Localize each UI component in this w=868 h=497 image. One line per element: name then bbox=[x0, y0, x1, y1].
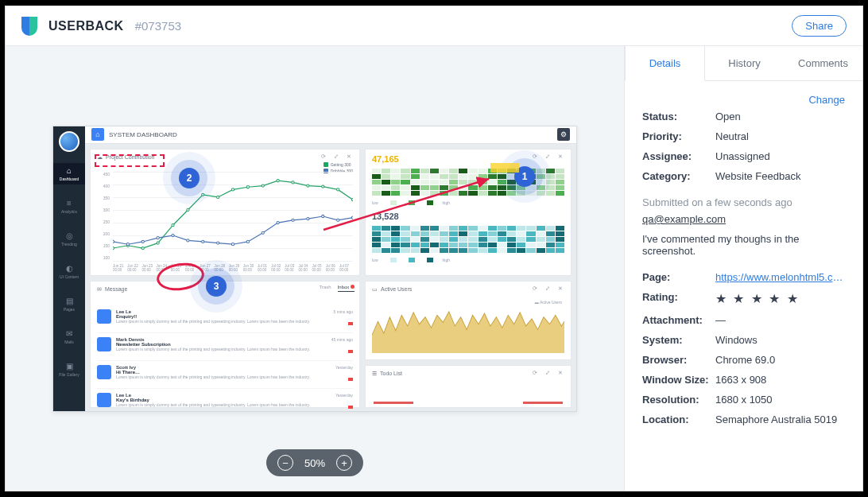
card-controls: ⟳ ⤢ ✕ bbox=[533, 370, 566, 376]
svg-point-18 bbox=[126, 243, 129, 245]
annotation-highlight bbox=[490, 163, 519, 173]
system-value: Windows bbox=[715, 334, 845, 346]
svg-line-34 bbox=[324, 179, 489, 230]
ss-nav-uicontent: ◐UI Content bbox=[53, 261, 85, 282]
message-item: Lee LeEnquiry!!Lorem ipsum is simply dum… bbox=[97, 305, 353, 333]
zoom-out-button[interactable]: − bbox=[277, 455, 293, 471]
svg-point-23 bbox=[202, 240, 204, 243]
card-controls: ⟳ ⤢ ✕ bbox=[321, 153, 355, 160]
chart-y-axis: 450400350300250200150100 bbox=[95, 172, 110, 261]
message-list: Lee LeEnquiry!!Lorem ipsum is simply dum… bbox=[97, 305, 353, 412]
ss-dashboard-title: SYSTEM DASHBOARD bbox=[109, 131, 177, 138]
topbar: USERBACK #073753 Share bbox=[6, 6, 862, 46]
svg-point-8 bbox=[231, 188, 234, 190]
todo-card: ☰Todo List ⟳ ⤢ ✕ bbox=[365, 365, 572, 408]
ss-header: ⌂ SYSTEM DASHBOARD ⚙ bbox=[85, 126, 576, 144]
home-icon: ⌂ bbox=[91, 128, 104, 141]
annotation-arrow bbox=[316, 174, 498, 238]
area-chart bbox=[372, 299, 564, 353]
userback-logo-icon bbox=[21, 17, 37, 36]
assignee-value: Unassigned bbox=[715, 150, 845, 162]
annotation-dashed-box bbox=[95, 154, 165, 167]
window-size-value: 1663 x 908 bbox=[715, 374, 845, 386]
svg-point-10 bbox=[262, 184, 264, 186]
ss-nav-dashboard: ⌂Dashboard bbox=[53, 163, 85, 184]
panel-tabs: Details History Comments bbox=[625, 46, 862, 81]
ss-nav-mails: ✉Mails bbox=[53, 326, 85, 348]
svg-point-17 bbox=[113, 240, 114, 243]
submitter-email[interactable]: qa@example.com bbox=[642, 213, 845, 225]
svg-point-19 bbox=[141, 240, 144, 243]
active-users-card: ▭Active Users ⟳ ⤢ ✕ ▬ Active Users bbox=[365, 281, 572, 360]
zoom-control: − 50% + bbox=[266, 449, 363, 476]
svg-point-12 bbox=[292, 181, 294, 183]
message-item: Lee LeKay's BirthdayLorem ipsum is simpl… bbox=[97, 389, 353, 412]
status-value: Open bbox=[715, 111, 845, 122]
resolution-value: 1680 x 1050 bbox=[715, 394, 845, 406]
tab-trash: Trash bbox=[320, 285, 331, 292]
svg-point-5 bbox=[187, 208, 189, 211]
category-value: Website Feedback bbox=[715, 170, 845, 182]
svg-point-20 bbox=[157, 236, 159, 239]
zoom-in-button[interactable]: + bbox=[336, 455, 352, 471]
annotation-marker-2: 2 bbox=[179, 168, 200, 188]
details-panel: Details History Comments Change Status:O… bbox=[624, 46, 862, 491]
svg-point-11 bbox=[277, 179, 279, 181]
svg-point-9 bbox=[246, 185, 249, 188]
ss-nav-analytics: ≡Analytics bbox=[53, 196, 85, 217]
annotation-marker-3: 3 bbox=[206, 276, 227, 297]
screenshot-preview-pane: ⌂Dashboard ≡Analytics ◎Trending ◐UI Cont… bbox=[6, 46, 624, 491]
ticket-id: #073753 bbox=[135, 19, 181, 33]
svg-point-24 bbox=[217, 241, 219, 243]
gear-icon: ⚙ bbox=[557, 128, 570, 141]
svg-point-30 bbox=[307, 217, 309, 219]
browser-value: Chrome 69.0 bbox=[715, 354, 845, 366]
app-window: USERBACK #073753 Share ⌂Dashboard ≡Analy… bbox=[5, 6, 863, 491]
flag-icon bbox=[348, 406, 353, 409]
ss-nav-trending: ◎Trending bbox=[53, 228, 85, 250]
avatar-icon bbox=[97, 309, 111, 324]
svg-point-27 bbox=[262, 231, 264, 234]
tab-details[interactable]: Details bbox=[625, 46, 705, 81]
avatar-icon bbox=[97, 365, 111, 379]
ss-sidebar: ⌂Dashboard ≡Analytics ◎Trending ◐UI Cont… bbox=[53, 126, 85, 411]
svg-point-25 bbox=[231, 243, 234, 245]
svg-point-22 bbox=[187, 239, 189, 241]
flag-icon bbox=[348, 322, 353, 325]
change-link[interactable]: Change bbox=[642, 94, 845, 106]
svg-point-26 bbox=[246, 240, 249, 243]
svg-point-6 bbox=[202, 193, 204, 196]
ss-nav-files: ▣File Gallery bbox=[53, 359, 85, 380]
message-item: Scott IvyHi There…Lorem ipsum is simply … bbox=[97, 361, 353, 389]
flag-icon bbox=[348, 350, 353, 353]
svg-point-4 bbox=[172, 223, 174, 226]
card-controls: ⟳ ⤢ ✕ bbox=[533, 285, 566, 292]
submitted-text: Submitted on a few seconds ago bbox=[642, 196, 845, 208]
avatar-icon bbox=[97, 337, 111, 351]
tab-history[interactable]: History bbox=[705, 46, 784, 80]
brand-name: USERBACK bbox=[48, 19, 124, 33]
message-card: ✉Message Trash Inbox Lee LeEnquiry!!Lore… bbox=[90, 281, 360, 408]
page-link[interactable]: https://www.melonhtml5.com/d… bbox=[715, 271, 845, 283]
svg-point-7 bbox=[217, 196, 219, 198]
chart-x-axis: Jun 21 00:00Jun 22 00:00Jun 23 00:00Jun … bbox=[113, 264, 353, 272]
svg-point-13 bbox=[307, 184, 309, 186]
feedback-comment: I've commented my thoughs in the screens… bbox=[642, 233, 845, 257]
message-tabs: Trash Inbox bbox=[320, 285, 355, 292]
svg-point-21 bbox=[172, 234, 174, 236]
avatar-icon bbox=[97, 393, 111, 407]
zoom-level: 50% bbox=[304, 457, 325, 469]
svg-point-2 bbox=[141, 247, 144, 249]
ss-nav-pages: ▤Pages bbox=[53, 293, 85, 315]
location-value: Semaphore Australia 5019 bbox=[715, 414, 845, 425]
tab-comments[interactable]: Comments bbox=[784, 46, 862, 80]
annotated-screenshot[interactable]: ⌂Dashboard ≡Analytics ◎Trending ◐UI Cont… bbox=[52, 126, 577, 412]
ss-avatar-icon bbox=[59, 131, 79, 152]
share-button[interactable]: Share bbox=[792, 15, 847, 37]
attachment-value: — bbox=[715, 314, 845, 326]
card-controls: ⟳ ⤢ ✕ bbox=[533, 153, 566, 160]
rating-stars: ★ ★ ★ ★ ★ bbox=[715, 291, 845, 306]
flag-icon bbox=[348, 378, 353, 381]
tab-inbox: Inbox bbox=[338, 285, 355, 292]
svg-point-29 bbox=[292, 219, 294, 221]
